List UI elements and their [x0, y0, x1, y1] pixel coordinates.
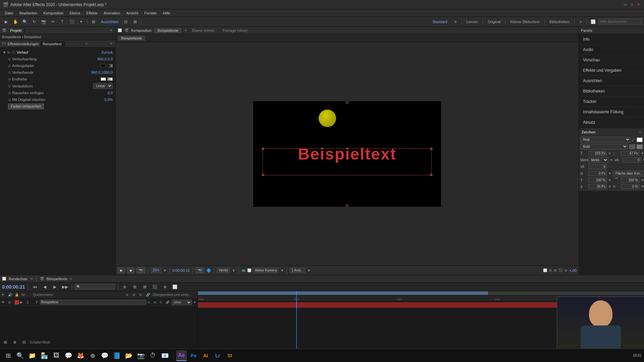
line-height-input[interactable] [621, 151, 639, 156]
taskbar-explorer[interactable]: 📁 [27, 350, 38, 361]
nav-original[interactable]: Original [485, 20, 503, 24]
tl-btn5[interactable]: ⊕ [161, 283, 169, 291]
effects-close[interactable]: ≡ [84, 42, 89, 46]
play-btn[interactable]: ▶ [51, 283, 59, 291]
start-gradient-swatch[interactable] [107, 64, 113, 67]
right-panel-content[interactable]: Inhaltsbasierte Füllung [579, 107, 644, 117]
project-tab[interactable]: Projekt [7, 28, 24, 33]
comp-subtab[interactable]: Beispieltexte [118, 36, 145, 41]
taskbar-lr[interactable]: Lr [212, 350, 223, 361]
tool-rotate[interactable]: ↻ [30, 18, 38, 25]
stroke-color-swatch[interactable] [629, 144, 635, 149]
metrics-select[interactable]: Metrk. Optisch [588, 157, 608, 163]
font-size-input[interactable] [588, 151, 607, 156]
viewer-extra1[interactable]: ⬜ [543, 268, 547, 272]
tool-move[interactable]: ✋ [11, 18, 19, 25]
handle-tr[interactable] [430, 148, 432, 150]
taskbar-facebook[interactable]: 📘 [111, 350, 122, 361]
view-angle-arrow[interactable]: ▼ [307, 268, 311, 273]
stroke-type-select[interactable]: Fläche über Kon... [613, 171, 644, 176]
nav-menu[interactable]: ≡ [451, 18, 460, 25]
handle-bl[interactable] [262, 174, 264, 176]
menu-fenster[interactable]: Fenster [142, 10, 159, 16]
taskbar-photos[interactable]: 🖼 [51, 350, 62, 361]
tool-pen[interactable]: ✏ [49, 18, 57, 25]
font-name-select[interactable]: Arial [580, 137, 631, 142]
taskbar-ae[interactable]: Ae [176, 350, 187, 361]
taskbar-time[interactable]: ⏱ [148, 350, 158, 361]
right-panel-effects[interactable]: Effekte und Vorgaben [579, 65, 644, 76]
menu-hilfe[interactable]: Hilfe [160, 10, 173, 16]
track-expand[interactable]: ▶ [20, 300, 25, 304]
taskbar-start[interactable]: ⊞ [3, 350, 13, 361]
menu-effekte[interactable]: Effekte [84, 10, 100, 16]
nav-lernen[interactable]: Lernen [464, 20, 481, 24]
goto-start-btn[interactable]: ⏮ [31, 283, 39, 291]
rotation-arrow[interactable]: ▼ [641, 185, 644, 188]
plus-value[interactable]: +,00 [569, 268, 577, 273]
tl-btn3[interactable]: ⊠ [141, 283, 149, 291]
tl-ctrl2[interactable]: ⊕ [11, 339, 19, 346]
font-color-btn[interactable]: 🖊 [632, 138, 635, 141]
track-solo[interactable]: ◎ [8, 300, 13, 304]
tool-zoom[interactable]: 🔍 [21, 18, 29, 25]
viewer-extra5[interactable]: ⊕ [565, 268, 567, 272]
handle-br[interactable] [430, 174, 432, 176]
track-name-input[interactable] [40, 300, 146, 305]
prev-frame-btn[interactable]: ◀ [41, 283, 49, 291]
composition-viewer[interactable]: Beispieltext [116, 42, 579, 265]
next-frame-btn[interactable]: ▶▶ [61, 283, 69, 291]
track-fx-btn[interactable]: fx [160, 301, 164, 304]
viewer-extra2[interactable]: ⊞ [549, 268, 552, 272]
end-gradient-swatch[interactable] [107, 77, 113, 81]
track-shy-btn[interactable]: ⊛ [148, 301, 152, 304]
taskbar-ps[interactable]: Ps [188, 350, 199, 361]
viewer-icon1[interactable]: 🔷 [206, 268, 211, 273]
swap-colors-btn[interactable]: Farben vertauschen [8, 104, 44, 109]
menu-bearbeiten[interactable]: Bearbeiten [17, 10, 40, 16]
timeline-search[interactable] [75, 284, 115, 290]
menu-komposition[interactable]: Komposition [41, 10, 66, 16]
align-v[interactable]: ⊠ [131, 18, 139, 25]
font-style-select[interactable]: Bold [580, 144, 628, 149]
track-color-label[interactable] [15, 300, 19, 304]
tool-puppet[interactable]: ✦ [77, 18, 85, 25]
tool-select[interactable]: ▶ [2, 18, 10, 25]
right-panel-align[interactable]: Ausrichten [579, 76, 644, 86]
taskbar-messenger[interactable]: 💬 [99, 350, 110, 361]
camera-arrow[interactable]: ▼ [280, 268, 284, 273]
font-color-swatch[interactable] [637, 137, 643, 142]
tl-ctrl1[interactable]: ⊞ [1, 339, 9, 346]
stroke-arrow[interactable]: ▼ [608, 172, 611, 175]
scale-v-arrow[interactable]: ▼ [641, 178, 644, 182]
camera-select[interactable]: Aktive Kamera [253, 268, 278, 273]
menu-datei[interactable]: Datei [2, 10, 16, 16]
align-btn[interactable]: ⊞ [90, 18, 98, 25]
viewer-extra3[interactable]: ⊠ [554, 268, 556, 272]
scale-h-input[interactable] [588, 178, 607, 183]
rotation-input[interactable] [621, 184, 639, 189]
stroke-color2-swatch[interactable] [637, 144, 643, 149]
zoom-select[interactable]: 25% [151, 268, 161, 273]
quality-arrow[interactable]: ▼ [232, 268, 235, 273]
baseline-arrow[interactable]: ▼ [608, 185, 611, 188]
panel-icon[interactable]: ⬜ [589, 18, 597, 25]
effects-options[interactable]: ✕ [109, 42, 113, 46]
scale-h-arrow[interactable]: ▼ [608, 178, 611, 182]
snapshot-btn[interactable]: 📷 [196, 267, 204, 273]
handle-tl[interactable] [262, 148, 264, 150]
noise-value[interactable]: 0,0 [108, 91, 113, 95]
nav-standard[interactable]: Standard [430, 20, 450, 24]
effects-tab[interactable]: Beispieltext [40, 41, 65, 47]
tl-ctrl3[interactable]: ⊟ [20, 339, 28, 346]
menu-animation[interactable]: Animation [101, 10, 123, 16]
right-panel-paragraph[interactable]: Absatz [579, 117, 644, 128]
ka-input[interactable] [623, 158, 641, 163]
taskbar-search[interactable]: 🔍 [15, 350, 25, 361]
time-display[interactable]: 0:00:00:21 [2, 284, 25, 290]
track-eye[interactable]: 👁 [1, 300, 7, 304]
handle-bottom-center[interactable] [346, 204, 348, 207]
viewer-ram-btn[interactable]: ◆ [127, 267, 135, 273]
tl-btn1[interactable]: ⊛ [121, 283, 129, 291]
view-angle-select[interactable]: 1 Ansi... [290, 268, 305, 273]
